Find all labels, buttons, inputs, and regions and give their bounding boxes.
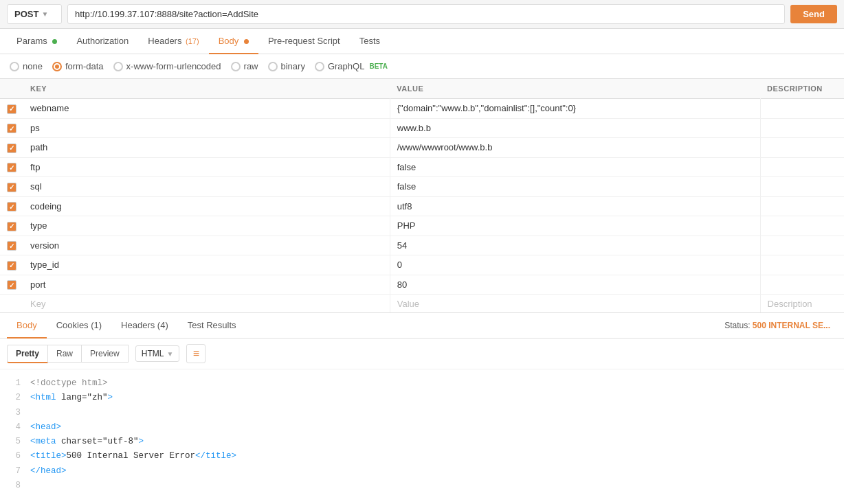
tab-headers[interactable]: Headers (17) bbox=[138, 29, 208, 54]
body-type-bar: none form-data x-www-form-urlencoded raw… bbox=[0, 54, 844, 79]
row-key[interactable]: ps bbox=[23, 118, 390, 138]
row-value[interactable]: utf8 bbox=[390, 196, 760, 216]
placeholder-desc[interactable]: Description bbox=[760, 295, 844, 313]
row-checkbox[interactable] bbox=[0, 216, 23, 236]
code-line: 2 <html lang="zh"> bbox=[7, 391, 837, 405]
body-type-raw[interactable]: raw bbox=[231, 61, 258, 71]
response-tab-testresults[interactable]: Test Results bbox=[178, 313, 246, 339]
code-viewer: 1 <!doctype html> 2 <html lang="zh"> 3 4… bbox=[0, 369, 844, 500]
beta-badge: BETA bbox=[369, 62, 387, 70]
row-value[interactable]: 54 bbox=[390, 236, 760, 255]
line-number: 2 bbox=[7, 391, 21, 405]
code-line: 6 <title>500 Internal Server Error</titl… bbox=[7, 449, 837, 463]
row-checkbox[interactable] bbox=[0, 255, 23, 275]
method-select[interactable]: POST ▼ bbox=[7, 4, 62, 24]
row-value[interactable]: false bbox=[390, 157, 760, 177]
placeholder-value[interactable]: Value bbox=[390, 295, 760, 313]
status-code: 500 INTERNAL SE... bbox=[753, 321, 830, 330]
format-select[interactable]: HTML ▼ bbox=[135, 345, 180, 362]
format-chevron-icon: ▼ bbox=[166, 350, 173, 358]
line-content: <title>500 Internal Server Error</title> bbox=[30, 449, 837, 463]
send-button[interactable]: Send bbox=[790, 5, 837, 23]
url-input[interactable] bbox=[67, 4, 785, 24]
row-checkbox[interactable] bbox=[0, 157, 23, 177]
placeholder-row: Key Value Description bbox=[0, 295, 844, 313]
row-key[interactable]: ftp bbox=[23, 157, 390, 177]
line-number: 5 bbox=[7, 435, 21, 449]
row-checkbox[interactable] bbox=[0, 118, 23, 138]
row-key[interactable]: type_id bbox=[23, 255, 390, 275]
table-row: ps www.b.b bbox=[0, 118, 844, 138]
row-value[interactable]: /www/wwwroot/www.b.b bbox=[390, 138, 760, 158]
row-value[interactable]: www.b.b bbox=[390, 118, 760, 138]
row-key[interactable]: sql bbox=[23, 177, 390, 197]
params-table: KEY VALUE DESCRIPTION webname {"domain":… bbox=[0, 79, 844, 312]
body-type-formdata[interactable]: form-data bbox=[52, 61, 104, 71]
body-type-graphql[interactable]: GraphQL BETA bbox=[315, 61, 388, 71]
view-preview-button[interactable]: Preview bbox=[82, 345, 129, 363]
row-description[interactable] bbox=[760, 99, 844, 119]
row-value[interactable]: 80 bbox=[390, 275, 760, 295]
view-raw-button[interactable]: Raw bbox=[48, 345, 82, 363]
table-header-row: KEY VALUE DESCRIPTION bbox=[0, 79, 844, 99]
row-key[interactable]: path bbox=[23, 138, 390, 158]
placeholder-checkbox bbox=[0, 295, 23, 313]
line-number: 6 bbox=[7, 449, 21, 463]
body-type-urlencoded[interactable]: x-www-form-urlencoded bbox=[113, 61, 221, 71]
row-checkbox[interactable] bbox=[0, 196, 23, 216]
placeholder-key[interactable]: Key bbox=[23, 295, 390, 313]
row-description[interactable] bbox=[760, 216, 844, 236]
wrap-icon[interactable]: ≡ bbox=[186, 344, 206, 363]
params-dot bbox=[52, 39, 57, 44]
row-value[interactable]: false bbox=[390, 177, 760, 197]
row-description[interactable] bbox=[760, 118, 844, 138]
row-key[interactable]: port bbox=[23, 275, 390, 295]
radio-urlencoded bbox=[113, 62, 123, 71]
line-number: 3 bbox=[7, 406, 21, 420]
view-pretty-button[interactable]: Pretty bbox=[7, 345, 48, 363]
row-checkbox[interactable] bbox=[0, 236, 23, 255]
row-key[interactable]: codeing bbox=[23, 196, 390, 216]
response-tab-cookies[interactable]: Cookies (1) bbox=[47, 313, 111, 339]
viewer-toolbar: Pretty Raw Preview HTML ▼ ≡ bbox=[0, 339, 844, 369]
response-tab-body[interactable]: Body bbox=[7, 313, 47, 339]
line-content: </head> bbox=[30, 464, 837, 479]
row-description[interactable] bbox=[760, 177, 844, 197]
method-label: POST bbox=[14, 9, 38, 19]
response-tab-headers[interactable]: Headers (4) bbox=[111, 313, 178, 339]
row-checkbox[interactable] bbox=[0, 275, 23, 295]
line-content: <head> bbox=[30, 420, 837, 435]
code-line: 5 <meta charset="utf-8"> bbox=[7, 435, 837, 449]
tab-authorization[interactable]: Authorization bbox=[67, 29, 138, 54]
row-description[interactable] bbox=[760, 157, 844, 177]
row-checkbox[interactable] bbox=[0, 177, 23, 197]
row-description[interactable] bbox=[760, 138, 844, 158]
row-description[interactable] bbox=[760, 255, 844, 275]
row-checkbox[interactable] bbox=[0, 138, 23, 158]
body-type-binary[interactable]: binary bbox=[268, 61, 305, 71]
row-key[interactable]: webname bbox=[23, 99, 390, 119]
tab-prerequest[interactable]: Pre-request Script bbox=[258, 29, 350, 54]
radio-none bbox=[10, 62, 19, 71]
row-value[interactable]: {"domain":"www.b.b","domainlist":[],"cou… bbox=[390, 99, 760, 119]
row-key[interactable]: version bbox=[23, 236, 390, 255]
tab-params[interactable]: Params bbox=[7, 29, 67, 54]
table-row: path /www/wwwroot/www.b.b bbox=[0, 138, 844, 158]
row-value[interactable]: 0 bbox=[390, 255, 760, 275]
row-key[interactable]: type bbox=[23, 216, 390, 236]
line-content bbox=[30, 479, 837, 493]
params-table-wrapper: KEY VALUE DESCRIPTION webname {"domain":… bbox=[0, 79, 844, 312]
table-row: type PHP bbox=[0, 216, 844, 236]
tab-body[interactable]: Body bbox=[209, 29, 258, 54]
row-description[interactable] bbox=[760, 275, 844, 295]
row-description[interactable] bbox=[760, 236, 844, 255]
col-description: DESCRIPTION bbox=[760, 79, 844, 99]
row-description[interactable] bbox=[760, 196, 844, 216]
tab-tests[interactable]: Tests bbox=[350, 29, 390, 54]
response-tabs-left: Body Cookies (1) Headers (4) Test Result… bbox=[7, 313, 246, 338]
radio-binary bbox=[268, 62, 278, 71]
row-value[interactable]: PHP bbox=[390, 216, 760, 236]
row-checkbox[interactable] bbox=[0, 99, 23, 119]
headers-badge: (17) bbox=[186, 37, 199, 45]
body-type-none[interactable]: none bbox=[10, 61, 43, 71]
